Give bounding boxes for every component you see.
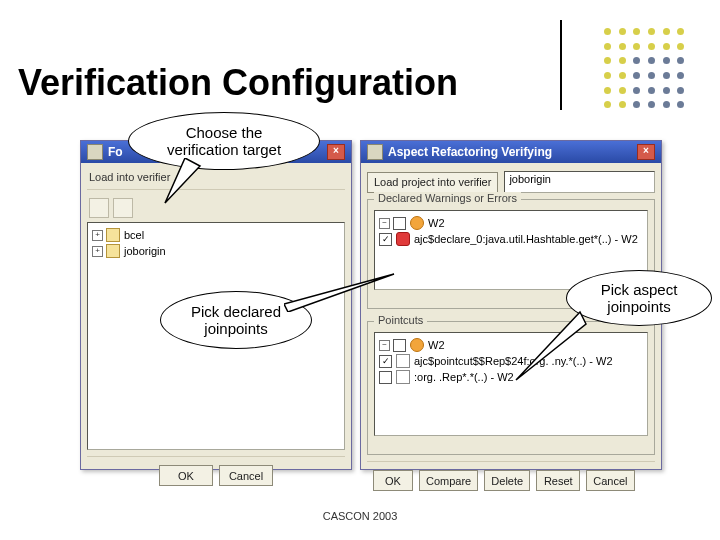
group-title: Declared Warnings or Errors — [374, 192, 521, 204]
tree-item[interactable]: + joborigin — [92, 243, 340, 259]
cancel-button[interactable]: Cancel — [219, 465, 273, 486]
tree-item[interactable]: ✓ ajc$pointcut$$Rep$24f:org. .ny.*(..) -… — [379, 353, 643, 369]
svg-marker-1 — [284, 274, 394, 312]
compare-button[interactable]: Compare — [419, 470, 478, 491]
cancel-button[interactable]: Cancel — [586, 470, 634, 491]
pointcut-icon — [396, 370, 410, 384]
tree-item[interactable]: ✓ ajc$declare_0:java.util.Hashtable.get*… — [379, 231, 643, 247]
folder-icon — [106, 228, 120, 242]
tree-item-label: joborigin — [124, 245, 166, 257]
tree-item[interactable]: + bcel — [92, 227, 340, 243]
pointcuts-tree[interactable]: − W2 ✓ ajc$pointcut$$Rep$24f:org. .ny.*(… — [374, 332, 648, 436]
reset-button[interactable]: Reset — [536, 470, 580, 491]
titlebar[interactable]: Aspect Refactoring Verifying × — [361, 141, 661, 163]
checkbox[interactable] — [393, 217, 406, 230]
app-icon — [367, 144, 383, 160]
window-title: Fo — [108, 145, 123, 159]
project-field[interactable]: joborigin — [504, 171, 655, 193]
footer-text: CASCON 2003 — [323, 510, 398, 522]
window-title: Aspect Refactoring Verifying — [388, 145, 552, 159]
tree-toolbar — [87, 194, 345, 222]
callout-tail — [284, 272, 404, 312]
expand-icon[interactable]: + — [92, 230, 103, 241]
warning-icon — [410, 338, 424, 352]
callout-tail — [155, 158, 215, 218]
checkbox[interactable] — [379, 371, 392, 384]
tree-item-label: bcel — [124, 229, 144, 241]
pointcuts-group: Pointcuts − W2 ✓ ajc$pointcut$$Rep$24f:o… — [367, 321, 655, 455]
load-project-button[interactable]: Load project into verifier — [367, 172, 498, 193]
app-icon — [87, 144, 103, 160]
svg-marker-0 — [165, 158, 200, 203]
folder-icon — [106, 244, 120, 258]
expand-icon[interactable]: + — [92, 246, 103, 257]
delete-button[interactable]: Delete — [484, 470, 530, 491]
home-icon[interactable] — [89, 198, 109, 218]
checkbox[interactable]: ✓ — [379, 233, 392, 246]
svg-marker-2 — [516, 312, 586, 380]
pointcut-icon — [396, 354, 410, 368]
group-title: Pointcuts — [374, 314, 427, 326]
callout-tail — [512, 310, 592, 390]
checkbox[interactable]: ✓ — [379, 355, 392, 368]
tree-item-label: :org. .Rep*.*(..) - W2 — [414, 371, 514, 383]
decorative-divider — [560, 20, 562, 110]
checkbox[interactable] — [393, 339, 406, 352]
warning-icon — [410, 216, 424, 230]
tree-item[interactable]: − W2 — [379, 215, 643, 231]
tree-item[interactable]: − W2 — [379, 337, 643, 353]
close-icon[interactable]: × — [637, 144, 655, 160]
slide-title: Verification Configuration — [18, 62, 458, 104]
collapse-icon[interactable]: − — [379, 340, 390, 351]
collapse-icon[interactable]: − — [379, 218, 390, 229]
tree-item-label: W2 — [428, 339, 445, 351]
tree-item[interactable]: :org. .Rep*.*(..) - W2 — [379, 369, 643, 385]
up-icon[interactable] — [113, 198, 133, 218]
aspect-icon — [396, 232, 410, 246]
decorative-dot-grid — [604, 28, 692, 116]
close-icon[interactable]: × — [327, 144, 345, 160]
tree-item-label: W2 — [428, 217, 445, 229]
tree-item-label: ajc$declare_0:java.util.Hashtable.get*(.… — [414, 233, 638, 245]
section-label: Load into verifier — [87, 169, 345, 187]
ok-button[interactable]: OK — [373, 470, 413, 491]
ok-button[interactable]: OK — [159, 465, 213, 486]
